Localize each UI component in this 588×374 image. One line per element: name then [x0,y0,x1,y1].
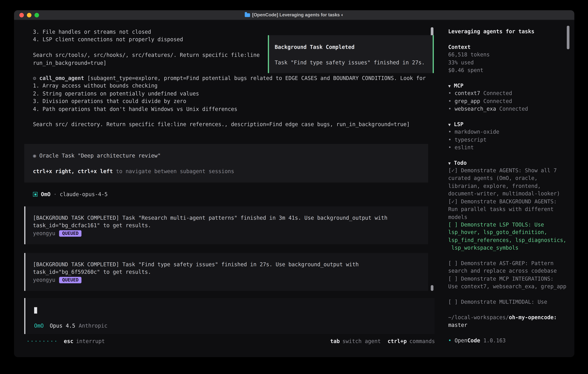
context-heading: Context [448,43,574,51]
todo-item: [ ] Demonstrate AST-GREP: Pattern search… [448,260,574,275]
mcp-item: • grep_app Connected [448,97,574,105]
gear-icon: ⚙ [33,75,36,81]
input-agent-name: OmO [34,322,44,330]
tab-hint: tabswitch agent [330,337,381,345]
folder-icon [244,13,250,17]
scrollback-text: 3. File handles or streams not closed 4.… [33,28,260,67]
queued-message: [BACKGROUND TASK COMPLETED] Task "Find t… [24,253,428,291]
text-cursor [34,307,37,314]
input-provider-name: Anthropic [79,322,107,330]
chevron-down-icon: ▼ [448,83,451,89]
omo-agent-icon [33,192,37,197]
status-badge: QUEUED [59,277,82,283]
sidebar: Leveraging agents for tasks Context 66,5… [442,20,574,357]
shortcut-key: ctrl+x right, [33,168,74,174]
input-model-name: Opus 4.5 [50,322,75,330]
screen: [OpenCode] Leveraging agents for tasks ◐… [0,0,588,374]
oracle-navigation-hint: ctrl+x right, ctrl+x left to navigate be… [33,167,428,175]
minimize-button[interactable] [27,13,32,17]
message-body: [BACKGROUND TASK COMPLETED] Task "Find t… [33,261,428,276]
agent-name: OmO [41,190,51,198]
mcp-item: • websearch_exa Connected [448,105,574,113]
bullet-icon: • [448,136,452,143]
titlebar[interactable]: [OpenCode] Leveraging agents for tasks ◐ [14,10,574,20]
agent-header: OmO · claude-opus-4-5 [33,190,108,198]
chevron-down-icon: ▼ [448,122,451,127]
terminal-window: [OpenCode] Leveraging agents for tasks ◐… [14,10,574,357]
todo-item: [✓] Demonstrate BACKGROUND AGENTS: Run p… [448,197,574,221]
message-meta: yeongyu QUEUED [33,276,428,284]
esc-key: esc [64,337,73,345]
toast-body: Task "Find type safety issues" finished … [275,59,433,66]
ctrl-p-key: ctrl+p [388,337,407,345]
prompt-input[interactable]: OmO Opus 4.5 Anthropic [24,298,435,334]
todo-section-heading[interactable]: ▼ Todo [448,159,574,166]
lsp-section-heading[interactable]: ▼ LSP [448,120,574,128]
shortcut-key: ctrl+x left [78,168,113,174]
lsp-item: • typescript [448,136,574,144]
bullet-icon: • [448,129,452,135]
oracle-task-panel: ◉ Oracle Task "Deep architecture review"… [24,144,428,183]
status-left: ········ escinterrupt [26,337,105,345]
todo-item: [✓] Demonstrate AGENTS: Show all 7 curat… [448,166,574,197]
tool-args: [subagent_type=explore, prompt=Find pote… [87,75,426,81]
todo-item: [ ] Demonstrate LSP TOOLS: Use lsp_hover… [448,221,574,252]
status-badge: QUEUED [59,230,82,237]
message-author: yeongyu [33,276,55,284]
message-meta: yeongyu QUEUED [33,229,428,237]
context-stats: 66,518 tokens 33% used $0.46 spent [448,51,574,74]
session-title: Leveraging agents for tasks [448,28,574,35]
agent-model: claude-opus-4-5 [60,190,108,198]
zoom-button[interactable] [34,13,39,17]
workspace-branch: master [448,321,574,329]
status-right: tabswitch agent ctrl+pcommands [330,337,435,345]
oracle-task-title: ◉ Oracle Task "Deep architecture review" [33,152,428,159]
queued-message: [BACKGROUND TASK COMPLETED] Task "Resear… [24,206,428,244]
workspace-path: ~/local-workspaces/oh-my-opencode: [448,313,574,321]
separator-dot: · [53,190,57,198]
model-indicator: OmO Opus 4.5 Anthropic [34,322,107,330]
commands-hint: ctrl+pcommands [388,337,435,345]
spinner-icon: ········ [26,337,58,345]
main-scrollbar-thumb[interactable] [431,285,433,291]
sidebar-scrollbar-thumb[interactable] [567,26,569,49]
bullet-icon: • [448,337,452,343]
tool-args-continued: 1. Array access without bounds checking … [33,82,426,128]
agent-icon-dot [34,193,36,195]
todo-item: [ ] Demonstrate MULTIMODAL: Use [448,298,574,306]
window-title: [OpenCode] Leveraging agents for tasks ◐ [244,11,344,19]
todo-item: [ ] Demonstrate MCP INTEGRATIONS: Use co… [448,275,574,290]
mcp-item: • context7 Connected [448,89,574,97]
lsp-item: • eslint [448,144,574,151]
esc-hint: escinterrupt [64,337,105,345]
tool-name: call_omo_agent [39,75,84,81]
message-author: yeongyu [33,229,55,237]
status-bar: ········ escinterrupt tabswitch agent ct… [26,337,435,345]
record-icon: ◉ [33,153,36,159]
lsp-item: • markdown-oxide [448,128,574,136]
chevron-down-icon: ▼ [448,161,451,166]
message-body: [BACKGROUND TASK COMPLETED] Task "Resear… [33,214,428,229]
bullet-icon: • [448,105,452,112]
toast-notification: Background Task Completed Task "Find typ… [268,35,434,73]
window-controls [19,10,39,20]
mcp-section-heading[interactable]: ▼ MCP [448,82,574,89]
bullet-icon: • [448,90,452,96]
close-button[interactable] [19,13,24,17]
tool-call-line: ⚙ call_omo_agent [subagent_type=explore,… [33,74,426,82]
tab-key: tab [330,337,340,345]
opencode-version: • OpenCode 1.0.163 [448,337,574,344]
bullet-icon: • [448,98,452,104]
tool-call-block: ⚙ call_omo_agent [subagent_type=explore,… [33,74,426,128]
toast-title: Background Task Completed [275,43,433,51]
window-title-text: [OpenCode] Leveraging agents for tasks ◐ [252,11,344,19]
bullet-icon: • [448,144,452,150]
